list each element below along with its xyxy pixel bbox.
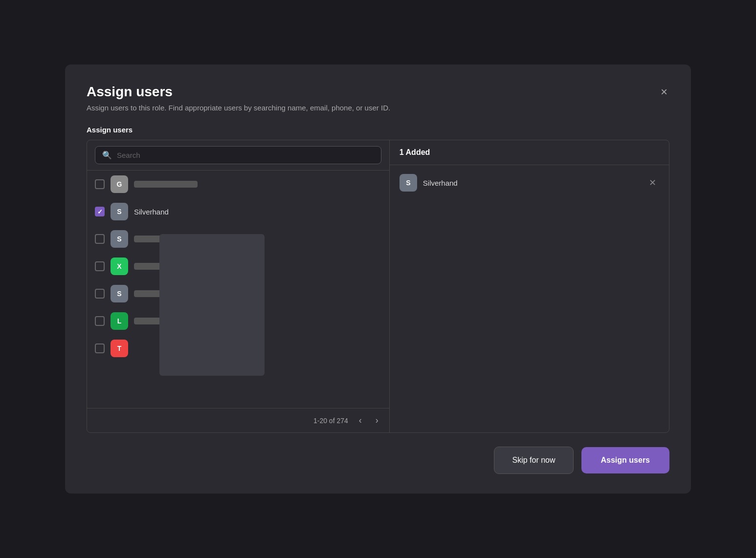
avatar-4: X	[111, 258, 128, 275]
modal-subtitle: Assign users to this role. Find appropri…	[87, 104, 669, 112]
avatar-6: L	[111, 312, 128, 330]
pagination-text: 1-20 of 274	[313, 417, 348, 425]
prev-page-button[interactable]: ‹	[356, 414, 365, 427]
left-panel: 🔍 G S Silverhand	[87, 140, 390, 432]
user-list: G S Silverhand S	[87, 171, 389, 408]
skip-for-now-button[interactable]: Skip for now	[494, 447, 573, 474]
avatar-2: S	[111, 203, 128, 220]
search-input[interactable]	[117, 151, 374, 159]
checkbox-6[interactable]	[95, 316, 105, 326]
pagination-bar: 1-20 of 274 ‹ ›	[87, 408, 389, 432]
redacted-name-4	[134, 263, 193, 270]
added-row: S Silverhand ✕	[390, 169, 669, 196]
next-page-button[interactable]: ›	[373, 414, 381, 427]
right-panel: 1 Added S Silverhand ✕	[390, 140, 669, 432]
avatar-7: T	[111, 340, 128, 357]
footer: Skip for now Assign users	[87, 447, 669, 474]
list-item[interactable]: G	[87, 171, 389, 198]
close-button[interactable]: ×	[659, 84, 669, 100]
added-user-name-1: Silverhand	[423, 179, 640, 187]
user-name-2: Silverhand	[134, 208, 169, 216]
redacted-name-6	[134, 318, 190, 324]
redacted-name-3	[134, 236, 188, 242]
search-input-wrapper[interactable]: 🔍	[95, 146, 381, 164]
panel-container: 🔍 G S Silverhand	[87, 140, 669, 433]
list-item[interactable]: S Silverhand	[87, 198, 389, 225]
avatar-5: S	[111, 285, 128, 302]
redacted-name-5	[134, 290, 183, 297]
search-bar: 🔍	[87, 140, 389, 171]
assign-users-button[interactable]: Assign users	[581, 447, 669, 473]
checkbox-1[interactable]	[95, 179, 105, 189]
checkbox-4[interactable]	[95, 261, 105, 271]
added-list: S Silverhand ✕	[390, 165, 669, 432]
assign-users-modal: Assign users × Assign users to this role…	[65, 64, 691, 494]
avatar-1: G	[111, 175, 128, 193]
avatar-3: S	[111, 230, 128, 248]
search-icon: 🔍	[102, 150, 112, 160]
added-avatar-1: S	[400, 174, 417, 192]
list-item[interactable]: X	[87, 253, 389, 280]
checkbox-5[interactable]	[95, 289, 105, 299]
modal-title: Assign users	[87, 84, 173, 100]
list-item[interactable]: L	[87, 307, 389, 335]
redacted-name-1	[134, 181, 198, 188]
section-label: Assign users	[87, 126, 669, 134]
remove-user-button-1[interactable]: ✕	[646, 176, 659, 189]
list-item[interactable]: S	[87, 225, 389, 253]
modal-header: Assign users ×	[87, 84, 669, 100]
list-item[interactable]: S	[87, 280, 389, 307]
checkbox-7[interactable]	[95, 343, 105, 353]
list-item[interactable]: T	[87, 335, 389, 362]
checkbox-3[interactable]	[95, 234, 105, 244]
checkbox-2[interactable]	[95, 207, 105, 216]
added-header: 1 Added	[390, 140, 669, 165]
